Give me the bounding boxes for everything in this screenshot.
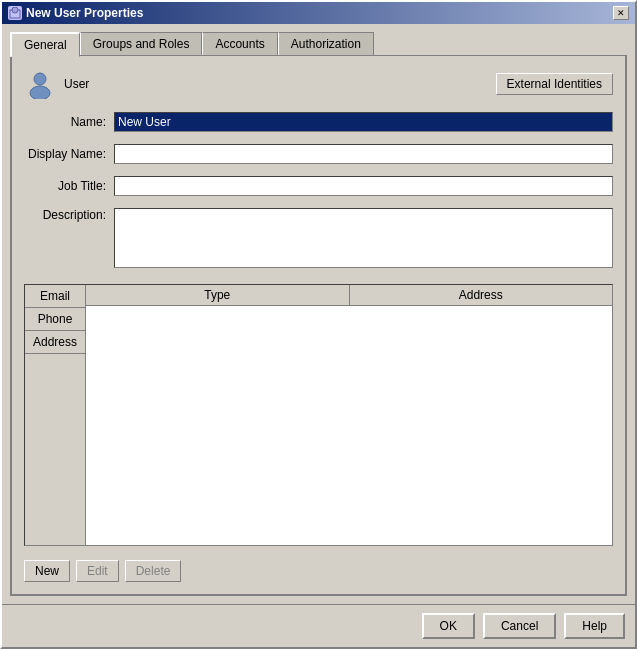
tab-content-general: User External Identities Name: Display N… bbox=[10, 55, 627, 596]
user-header: User External Identities bbox=[24, 68, 613, 100]
title-controls: ✕ bbox=[613, 6, 629, 20]
delete-button[interactable]: Delete bbox=[125, 560, 182, 582]
table-header: Type Address bbox=[86, 285, 612, 306]
tab-accounts[interactable]: Accounts bbox=[202, 32, 277, 56]
table-col-address: Address bbox=[350, 285, 612, 305]
tab-authorization[interactable]: Authorization bbox=[278, 32, 374, 56]
new-button[interactable]: New bbox=[24, 560, 70, 582]
ok-button[interactable]: OK bbox=[422, 613, 475, 639]
job-title-label: Job Title: bbox=[24, 179, 114, 193]
window-icon bbox=[8, 6, 22, 20]
user-label: User bbox=[64, 77, 89, 91]
tab-general[interactable]: General bbox=[10, 32, 80, 57]
title-bar-left: New User Properties bbox=[8, 6, 143, 20]
cancel-button[interactable]: Cancel bbox=[483, 613, 556, 639]
contact-table-area: Type Address bbox=[86, 285, 612, 545]
job-title-input[interactable] bbox=[114, 176, 613, 196]
tab-bar: General Groups and Roles Accounts Author… bbox=[10, 32, 627, 56]
svg-point-1 bbox=[12, 7, 18, 13]
job-title-row: Job Title: bbox=[24, 176, 613, 196]
contact-tab-email[interactable]: Email bbox=[25, 285, 85, 308]
name-row: Name: bbox=[24, 112, 613, 132]
external-identities-button[interactable]: External Identities bbox=[496, 73, 613, 95]
user-left: User bbox=[24, 68, 89, 100]
name-input[interactable] bbox=[114, 112, 613, 132]
description-label: Description: bbox=[24, 208, 114, 222]
display-name-row: Display Name: bbox=[24, 144, 613, 164]
name-label: Name: bbox=[24, 115, 114, 129]
display-name-label: Display Name: bbox=[24, 147, 114, 161]
window-footer: OK Cancel Help bbox=[2, 604, 635, 647]
window-body: General Groups and Roles Accounts Author… bbox=[2, 24, 635, 604]
contact-tabs: Email Phone Address bbox=[25, 285, 86, 545]
description-input[interactable] bbox=[114, 208, 613, 268]
table-body bbox=[86, 306, 612, 545]
window-title: New User Properties bbox=[26, 6, 143, 20]
contact-tab-address[interactable]: Address bbox=[25, 331, 85, 354]
new-user-properties-window: New User Properties ✕ General Groups and… bbox=[0, 0, 637, 649]
display-name-input[interactable] bbox=[114, 144, 613, 164]
contact-section: Email Phone Address Type Address bbox=[24, 284, 613, 546]
close-button[interactable]: ✕ bbox=[613, 6, 629, 20]
description-row: Description: bbox=[24, 208, 613, 268]
help-button[interactable]: Help bbox=[564, 613, 625, 639]
svg-point-2 bbox=[34, 73, 46, 85]
table-col-type: Type bbox=[86, 285, 349, 305]
svg-point-3 bbox=[30, 86, 50, 99]
title-bar: New User Properties ✕ bbox=[2, 2, 635, 24]
tab-groups-roles[interactable]: Groups and Roles bbox=[80, 32, 203, 56]
bottom-buttons: New Edit Delete bbox=[24, 554, 613, 582]
user-icon bbox=[24, 68, 56, 100]
edit-button[interactable]: Edit bbox=[76, 560, 119, 582]
contact-tab-phone[interactable]: Phone bbox=[25, 308, 85, 331]
